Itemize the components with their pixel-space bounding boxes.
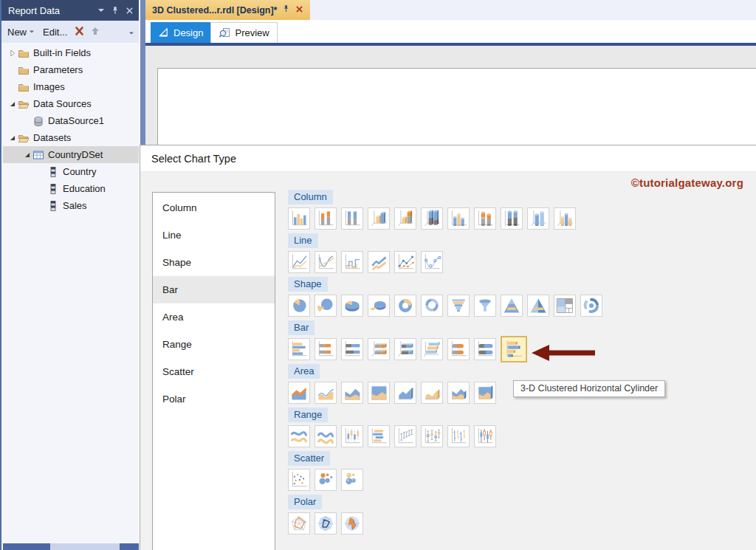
chart-type-range-column[interactable] bbox=[341, 425, 363, 447]
chart-type-three-d-clustered-bar[interactable] bbox=[421, 338, 443, 360]
tree-item-sales[interactable]: Sales bbox=[3, 197, 139, 214]
chart-type-percent-stacked-cylinder[interactable] bbox=[501, 207, 523, 230]
tree-item-datasource1[interactable]: DataSource1 bbox=[3, 112, 139, 129]
chart-type-line[interactable] bbox=[288, 251, 310, 273]
tree-item-parameters[interactable]: Parameters bbox=[3, 61, 139, 78]
chart-type-three-d-area[interactable] bbox=[394, 382, 416, 404]
chart-type-range-bar[interactable] bbox=[368, 425, 390, 447]
close-icon[interactable] bbox=[295, 5, 303, 16]
chart-type-three-d-smooth-area[interactable] bbox=[421, 382, 443, 404]
chart-type-boxplot[interactable] bbox=[421, 425, 443, 447]
chart-type-three-d-line[interactable] bbox=[368, 251, 390, 273]
chart-type-smooth-line[interactable] bbox=[315, 251, 337, 273]
chart-type-three-d-doughnut[interactable] bbox=[421, 295, 443, 317]
chart-type-percent-stacked-area[interactable] bbox=[368, 382, 390, 404]
panel-splitter[interactable] bbox=[140, 0, 145, 145]
category-column[interactable]: Column bbox=[153, 194, 275, 221]
tree-item-country[interactable]: Country bbox=[3, 163, 139, 180]
chart-type-clustered-column[interactable] bbox=[288, 207, 310, 230]
chart-type-line-with-markers[interactable] bbox=[394, 251, 416, 273]
document-tab[interactable]: 3D Clustered...r.rdl [Design]* bbox=[145, 0, 310, 20]
category-bar[interactable]: Bar bbox=[153, 276, 275, 303]
chart-type-stock[interactable] bbox=[447, 425, 470, 447]
chart-type-clustered-bar[interactable] bbox=[288, 338, 310, 360]
horizontal-scrollbar[interactable] bbox=[3, 543, 139, 550]
tree-item-datasets[interactable]: Datasets bbox=[3, 129, 139, 146]
chart-type-three-d-stacked-area[interactable] bbox=[447, 382, 470, 404]
toolbar-overflow-chevron-icon[interactable] bbox=[128, 27, 134, 38]
chart-type-percent-stacked-bar[interactable] bbox=[341, 338, 363, 360]
chart-type-scatter[interactable] bbox=[288, 469, 310, 491]
chart-type-candlestick[interactable] bbox=[474, 425, 496, 447]
tree-expander-expanded-icon[interactable] bbox=[7, 98, 18, 110]
chart-type-funnel[interactable] bbox=[447, 295, 470, 317]
chart-type-smooth-line-with-markers[interactable] bbox=[421, 251, 443, 273]
delete-button[interactable] bbox=[74, 26, 85, 38]
report-canvas[interactable] bbox=[157, 68, 756, 157]
tree-item-images[interactable]: Images bbox=[3, 78, 139, 95]
chart-type-polar[interactable] bbox=[315, 512, 337, 534]
chart-type-three-d-funnel[interactable] bbox=[474, 295, 496, 317]
tree-expander-collapsed-icon[interactable] bbox=[7, 47, 18, 59]
chart-type-three-d-stacked-column[interactable] bbox=[394, 207, 416, 230]
tab-design[interactable]: Design bbox=[151, 22, 210, 43]
tab-preview[interactable]: Preview bbox=[210, 22, 277, 43]
tree-item-built-in-fields[interactable]: Built-in Fields bbox=[3, 44, 139, 61]
window-position-chevron-icon[interactable] bbox=[97, 7, 105, 13]
tree-expander-expanded-icon[interactable] bbox=[7, 132, 18, 144]
chart-type-three-d-stacked-bar[interactable] bbox=[368, 338, 390, 360]
chart-type-stacked-horizontal-cylinder[interactable] bbox=[447, 338, 470, 360]
chart-type-range[interactable] bbox=[288, 425, 310, 447]
chart-type-radar[interactable] bbox=[288, 512, 310, 534]
chart-type-smooth-range[interactable] bbox=[315, 425, 337, 447]
chart-type-stacked-cylinder[interactable] bbox=[474, 207, 496, 230]
edit-button[interactable]: Edit... bbox=[41, 25, 69, 39]
chart-type-treemap[interactable] bbox=[554, 295, 576, 317]
close-icon[interactable] bbox=[126, 7, 134, 15]
scrollbar-end-block[interactable] bbox=[120, 543, 139, 550]
chart-type-three-d-clustered-horizontal-cylinder[interactable] bbox=[501, 336, 527, 362]
chart-type-three-d-bubble[interactable] bbox=[341, 469, 363, 491]
chart-type-smooth-area[interactable] bbox=[315, 382, 337, 404]
tree-item-education[interactable]: Education bbox=[3, 180, 139, 197]
category-area[interactable]: Area bbox=[153, 303, 275, 331]
chart-type-percent-stacked-horizontal-cylinder[interactable] bbox=[474, 338, 496, 360]
pin-icon[interactable] bbox=[282, 4, 290, 16]
tree-item-countrydset[interactable]: CountryDSet bbox=[3, 146, 139, 163]
chart-type-error-bar[interactable] bbox=[394, 425, 416, 447]
chart-type-three-d-pie[interactable] bbox=[341, 295, 363, 317]
chart-type-three-d-percent-stacked-column[interactable] bbox=[421, 207, 443, 230]
chart-type-sunburst[interactable] bbox=[580, 295, 602, 317]
chart-type-clustered-cylinder[interactable] bbox=[447, 207, 470, 230]
move-up-button[interactable] bbox=[90, 26, 100, 38]
tree-item-data-sources[interactable]: Data Sources bbox=[3, 95, 139, 112]
category-line[interactable]: Line bbox=[153, 221, 275, 249]
chart-type-exploded-pie[interactable] bbox=[315, 295, 337, 317]
category-polar[interactable]: Polar bbox=[153, 385, 275, 413]
chart-type-pyramid[interactable] bbox=[501, 295, 523, 317]
chart-type-stacked-bar[interactable] bbox=[315, 338, 337, 360]
chart-type-percent-stacked-column[interactable] bbox=[341, 207, 363, 230]
scrollbar-thumb[interactable] bbox=[3, 543, 50, 550]
pin-icon[interactable] bbox=[111, 6, 120, 16]
chart-type-three-d-clustered-column[interactable] bbox=[368, 207, 390, 230]
chart-type-stepped-line[interactable] bbox=[341, 251, 363, 273]
chart-type-stacked-column[interactable] bbox=[315, 207, 337, 230]
chart-type-stacked-area[interactable] bbox=[341, 382, 363, 404]
tree-expander-expanded-icon[interactable] bbox=[22, 149, 32, 161]
chart-type-bubble[interactable] bbox=[315, 469, 337, 491]
chart-type-three-d-polar[interactable] bbox=[341, 512, 363, 534]
category-shape[interactable]: Shape bbox=[153, 249, 275, 276]
chart-type-area[interactable] bbox=[288, 382, 310, 404]
chart-type-doughnut[interactable] bbox=[394, 295, 416, 317]
chart-type-three-d-exploded-pie[interactable] bbox=[368, 295, 390, 317]
new-button[interactable]: New bbox=[6, 25, 36, 39]
chart-type-pie[interactable] bbox=[288, 295, 310, 317]
chart-type-three-d-pyramid[interactable] bbox=[527, 295, 549, 317]
category-scatter[interactable]: Scatter bbox=[153, 358, 275, 385]
chart-type-three-d-stacked-cylinder[interactable] bbox=[554, 207, 576, 230]
category-range[interactable]: Range bbox=[153, 331, 275, 358]
chart-type-three-d-percent-stacked-bar[interactable] bbox=[394, 338, 416, 360]
chart-type-three-d-percent-stacked-area[interactable] bbox=[474, 382, 496, 404]
chart-type-three-d-clustered-cylinder[interactable] bbox=[527, 207, 549, 230]
